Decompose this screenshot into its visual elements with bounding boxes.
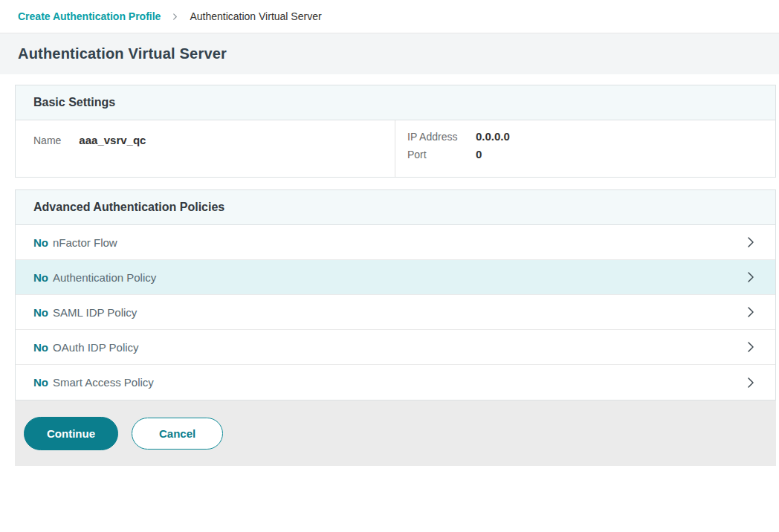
name-field: Name aaa_vsrv_qc bbox=[16, 120, 395, 177]
chevron-right-icon[interactable] bbox=[744, 236, 757, 249]
chevron-right-icon[interactable] bbox=[744, 340, 757, 354]
main-content: Basic Settings Name aaa_vsrv_qc IP Addre… bbox=[0, 74, 779, 466]
port-label: Port bbox=[407, 149, 476, 160]
advanced-policies-card: Advanced Authentication Policies No nFac… bbox=[15, 189, 776, 400]
basic-settings-body: Name aaa_vsrv_qc IP Address 0.0.0.0 Port… bbox=[16, 120, 775, 177]
policy-label: Smart Access Policy bbox=[53, 376, 154, 389]
name-value: aaa_vsrv_qc bbox=[79, 134, 146, 146]
ip-address-value: 0.0.0.0 bbox=[476, 130, 763, 143]
policy-count: No bbox=[33, 271, 48, 284]
policy-count: No bbox=[33, 341, 48, 354]
chevron-right-icon[interactable] bbox=[744, 376, 757, 389]
actions-bar: Continue Cancel bbox=[15, 400, 776, 466]
policy-label: Authentication Policy bbox=[53, 271, 156, 284]
policy-row-nfactor-flow[interactable]: No nFactor Flow bbox=[16, 225, 775, 260]
policy-label: nFactor Flow bbox=[53, 236, 117, 249]
advanced-policies-header: Advanced Authentication Policies bbox=[16, 190, 775, 225]
cancel-button[interactable]: Cancel bbox=[132, 418, 223, 450]
basic-settings-header: Basic Settings bbox=[16, 85, 775, 120]
continue-button[interactable]: Continue bbox=[24, 417, 118, 450]
policy-label: SAML IDP Policy bbox=[53, 306, 137, 319]
chevron-right-icon bbox=[171, 13, 179, 21]
ip-address-label: IP Address bbox=[407, 131, 476, 143]
port-value: 0 bbox=[476, 148, 763, 160]
name-label: Name bbox=[33, 134, 61, 146]
policy-label: OAuth IDP Policy bbox=[53, 341, 139, 354]
policy-row-smart-access-policy[interactable]: No Smart Access Policy bbox=[16, 365, 775, 400]
policy-row-oauth-idp-policy[interactable]: No OAuth IDP Policy bbox=[16, 330, 775, 365]
policy-row-authentication-policy[interactable]: No Authentication Policy bbox=[16, 260, 775, 295]
policy-row-saml-idp-policy[interactable]: No SAML IDP Policy bbox=[16, 295, 775, 330]
page-title-band: Authentication Virtual Server bbox=[0, 33, 779, 74]
chevron-right-icon[interactable] bbox=[744, 270, 757, 284]
policy-count: No bbox=[33, 306, 48, 319]
page-title: Authentication Virtual Server bbox=[18, 45, 227, 62]
breadcrumb: Create Authentication Profile Authentica… bbox=[0, 0, 779, 33]
basic-settings-card: Basic Settings Name aaa_vsrv_qc IP Addre… bbox=[15, 85, 776, 178]
policy-count: No bbox=[33, 236, 48, 249]
policy-count: No bbox=[33, 376, 48, 389]
breadcrumb-current: Authentication Virtual Server bbox=[190, 10, 321, 22]
address-fields: IP Address 0.0.0.0 Port 0 bbox=[395, 120, 775, 177]
chevron-right-icon[interactable] bbox=[744, 305, 757, 319]
breadcrumb-link-create-authentication-profile[interactable]: Create Authentication Profile bbox=[18, 10, 161, 22]
